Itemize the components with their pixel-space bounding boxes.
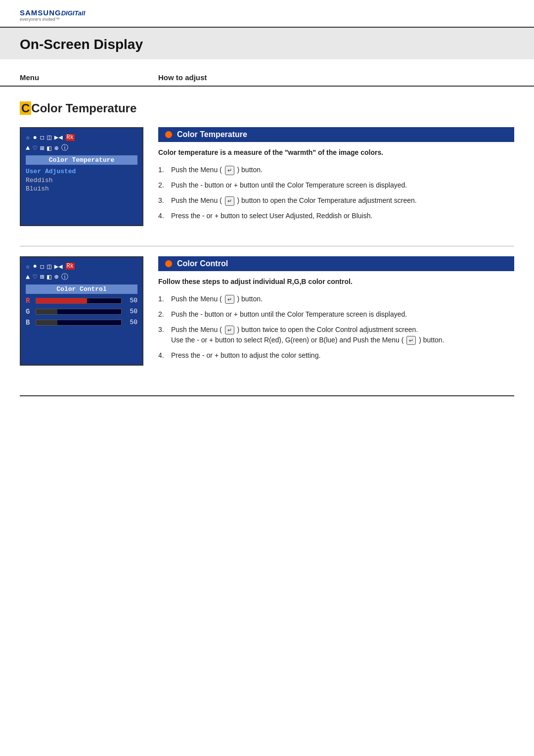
brand-suffix: DIGITall [61, 10, 86, 17]
osd-color-temp-title: Color Temperature [26, 155, 137, 165]
sun-icon: ☆ [26, 133, 30, 142]
section-divider [20, 246, 514, 246]
osd-color-control-title: Color Control [26, 284, 137, 294]
bottom-divider [20, 395, 514, 396]
color-control-steps: 1. Push the Menu ( ↵ ) button. 2. Push t… [158, 294, 514, 361]
g-bar-fill [36, 309, 57, 314]
circle-icon: ● [33, 134, 37, 142]
color-control-section: ☆ ● ◻ ◫ ▶◀ Rk ▲ ♡ ⊞ ◧ ⊕ ⓘ Color Control … [0, 251, 534, 380]
enter-icon-5: ↵ [406, 336, 416, 345]
page-title: On-Screen Display [20, 37, 514, 52]
cc-step-1: 1. Push the Menu ( ↵ ) button. [158, 294, 514, 304]
b-value: 50 [125, 319, 137, 326]
tagline: everyone's invited™ [20, 17, 514, 22]
osd-r-row: R 50 [26, 297, 137, 305]
osd-user-adjusted: User Adjusted [26, 168, 137, 175]
color-temp-section: ☆ ● ◻ ◫ ▶◀ Rk ▲ ♡ ⊞ ◧ ⊕ ⓘ Color Temperat… [0, 122, 534, 241]
enter-icon-2: ↵ [225, 196, 234, 206]
square-icon: ◧ [47, 144, 51, 152]
column-headers: Menu How to adjust [0, 69, 534, 87]
triangle-icon: ▲ [26, 144, 30, 152]
color-temp-heading-container: CColor Temperature [0, 96, 534, 122]
g-bar-track [36, 309, 122, 315]
step-2: 2. Push the - button or + button until t… [158, 180, 514, 190]
cc-heart-icon: ♡ [33, 273, 37, 281]
orange-dot-1 [165, 131, 172, 138]
cc-circle-icon: ● [33, 262, 37, 270]
info-icon: ⓘ [61, 143, 68, 152]
copy-icon: ◫ [47, 133, 51, 142]
brand-name: SAMSUNG [20, 9, 61, 17]
plus-circle-icon: ⊕ [54, 144, 58, 152]
color-temp-heading: CColor Temperature [20, 101, 514, 115]
color-temp-description: Color temperature is a measure of the "w… [158, 148, 514, 158]
color-control-instructions: Color Control Follow these steps to adju… [158, 256, 514, 366]
color-temp-instructions: Color Temperature Color temperature is a… [158, 127, 514, 226]
color-temp-osd-box: ☆ ● ◻ ◫ ▶◀ Rk ▲ ♡ ⊞ ◧ ⊕ ⓘ Color Temperat… [20, 127, 143, 226]
cc-step-2: 2. Push the - button or + button until t… [158, 309, 514, 320]
cc-square-icon: ◧ [47, 273, 51, 281]
cc-step-3: 3. Push the Menu ( ↵ ) button twice to o… [158, 325, 514, 345]
color-control-osd-box: ☆ ● ◻ ◫ ▶◀ Rk ▲ ♡ ⊞ ◧ ⊕ ⓘ Color Control … [20, 256, 143, 366]
g-label: G [26, 308, 33, 316]
g-value: 50 [125, 308, 137, 315]
color-control-header-bar: Color Control [158, 256, 514, 271]
page-header: SAMSUNG DIGITall everyone's invited™ [0, 0, 534, 28]
step-4: 4. Press the - or + button to select Use… [158, 211, 514, 221]
step-1: 1. Push the Menu ( ↵ ) button. [158, 165, 514, 175]
orange-dot-2 [165, 260, 172, 267]
page-title-bar: On-Screen Display [0, 28, 534, 59]
color-temp-heading-text: Color Temperature [31, 101, 136, 115]
r-label: R [26, 297, 33, 305]
col-menu-header: Menu [20, 73, 158, 82]
b-bar-track [36, 320, 122, 326]
cc-triangle-icon: ▲ [26, 273, 30, 281]
cc-plus-circle-icon: ⊕ [54, 273, 58, 281]
b-bar-fill [36, 320, 57, 325]
cc-info-icon: ⓘ [61, 273, 68, 282]
cc-sun-icon: ☆ [26, 262, 30, 271]
color-temp-header-bar: Color Temperature [158, 127, 514, 142]
enter-icon-4: ↵ [225, 326, 234, 335]
cc-osd-icons-row1: ☆ ● ◻ ◫ ▶◀ Rk [26, 262, 137, 271]
cc-grid-icon: ⊞ [40, 273, 44, 281]
osd-bluish: Bluish [26, 185, 137, 192]
osd-g-row: G 50 [26, 308, 137, 316]
color-temp-bar-label: Color Temperature [177, 130, 247, 139]
r-bar-fill [36, 298, 87, 303]
cc-step-4: 4. Press the - or + button to adjust the… [158, 350, 514, 361]
color-temp-steps: 1. Push the Menu ( ↵ ) button. 2. Push t… [158, 165, 514, 221]
cc-image-icon: ◻ [40, 262, 44, 271]
step-3: 3. Push the Menu ( ↵ ) button to open th… [158, 195, 514, 206]
osd-reddish: Reddish [26, 177, 137, 184]
osd-icons-row1: ☆ ● ◻ ◫ ▶◀ Rk [26, 133, 137, 142]
osd-icons-row2: ▲ ♡ ⊞ ◧ ⊕ ⓘ [26, 143, 137, 152]
cc-osd-icons-row2: ▲ ♡ ⊞ ◧ ⊕ ⓘ [26, 273, 137, 282]
grid-icon: ⊞ [40, 144, 44, 152]
color-control-bar-label: Color Control [177, 259, 228, 268]
heart-icon: ♡ [33, 144, 37, 152]
arrow-icon: ▶◀ [54, 133, 63, 142]
r-value: 50 [125, 297, 137, 304]
samsung-logo: SAMSUNG DIGITall everyone's invited™ [20, 9, 514, 22]
enter-icon-3: ↵ [225, 295, 234, 304]
image-icon: ◻ [40, 133, 44, 142]
cc-rk-icon: Rk [66, 263, 75, 270]
cc-arrow-icon: ▶◀ [54, 262, 63, 271]
rk-icon: Rk [66, 134, 75, 141]
enter-icon-1: ↵ [225, 166, 234, 175]
osd-b-row: B 50 [26, 319, 137, 327]
cc-copy-icon: ◫ [47, 262, 51, 271]
r-bar-track [36, 298, 122, 304]
col-how-header: How to adjust [158, 73, 514, 82]
b-label: B [26, 319, 33, 327]
color-control-description: Follow these steps to adjust individual … [158, 277, 514, 287]
